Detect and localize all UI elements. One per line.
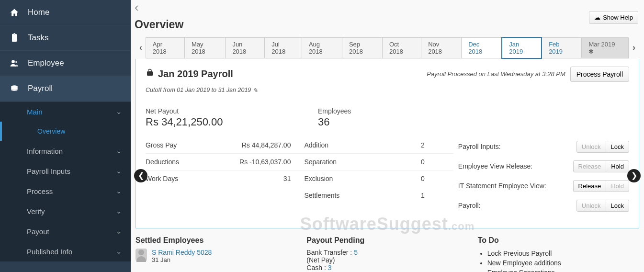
month-tab[interactable]: May 2018	[184, 37, 226, 58]
nav-employee-label: Employee	[28, 58, 64, 68]
nav-employee[interactable]: Employee	[0, 51, 131, 76]
bank-transfer-link[interactable]: 5	[354, 249, 358, 256]
hold-button[interactable]: Hold	[606, 180, 629, 192]
card-title-text: Jan 2019 Payroll	[158, 68, 233, 79]
employees-value: 36	[318, 116, 433, 128]
employees-block: Employees 36	[318, 107, 433, 128]
deductions-label: Deductions	[146, 158, 179, 166]
addition-value: 2	[421, 141, 425, 149]
svg-point-0	[11, 60, 15, 63]
nav-home-label: Home	[28, 8, 49, 17]
pay-details-col: Gross PayRs 44,84,287.00 DeductionsRs -1…	[146, 137, 299, 215]
unlock-icon	[146, 68, 154, 79]
payroll-subnav: Main ⌄ Overview Information ⌄ Payroll In…	[0, 102, 131, 261]
net-payout-value: Rs 34,21,250.00	[146, 116, 260, 128]
sub-verify-label: Verify	[27, 207, 45, 215]
month-tab[interactable]: Dec 2018	[461, 37, 502, 58]
sub-information[interactable]: Information ⌄	[0, 141, 131, 161]
clipboard-icon	[9, 32, 20, 44]
todo-item: Lock Previous Payroll	[487, 249, 639, 258]
month-tab-disabled[interactable]: Mar 2019 ✱	[581, 37, 629, 58]
hold-button[interactable]: Hold	[606, 160, 629, 172]
nav-tasks[interactable]: Tasks	[0, 25, 131, 51]
page-title: Overview	[135, 18, 183, 31]
stack-icon	[9, 83, 20, 94]
month-prev[interactable]: ‹	[136, 43, 146, 53]
pending-section: Payout Pending Bank Transfer : 5 (Net Pa…	[306, 236, 468, 272]
sub-main-label: Main	[27, 108, 43, 116]
nav-payroll-label: Payroll	[28, 84, 53, 93]
sub-payroll-inputs[interactable]: Payroll Inputs ⌄	[0, 161, 131, 181]
month-tab[interactable]: Jun 2018	[225, 37, 265, 58]
net-pay-text: (Net Pay)	[306, 256, 468, 264]
cash-row: Cash : 3	[306, 264, 468, 272]
lock-button[interactable]: Lock	[606, 200, 629, 212]
separation-value: 0	[421, 158, 425, 166]
sub-main[interactable]: Main ⌄	[0, 102, 131, 122]
month-tab[interactable]: Nov 2018	[421, 37, 462, 58]
sub-payout[interactable]: Payout ⌄	[0, 221, 131, 241]
sub-information-label: Information	[27, 147, 63, 155]
month-tab[interactable]: Aug 2018	[302, 37, 342, 58]
main-content: ‹ Overview ☁ Show Help ‹ Apr 2018 May 20…	[131, 0, 644, 272]
month-tabs: ‹ Apr 2018 May 2018 Jun 2018 Jul 2018 Au…	[131, 33, 644, 59]
counts-col: Addition2 Separation0 Exclusion0 Settlem…	[299, 137, 453, 215]
exclusion-value: 0	[421, 175, 425, 182]
process-payroll-button[interactable]: Process Payroll	[570, 67, 629, 82]
month-tab-active[interactable]: Jan 2019	[501, 37, 542, 59]
carousel-prev[interactable]: ❮	[134, 169, 147, 182]
sub-overview[interactable]: Overview	[0, 122, 131, 141]
month-next[interactable]: ›	[629, 43, 639, 53]
lock-button[interactable]: Lock	[606, 141, 629, 153]
month-tab[interactable]: Sep 2018	[342, 37, 383, 58]
sub-published-info[interactable]: Published Info ⌄	[0, 241, 131, 261]
exclusion-label: Exclusion	[304, 175, 333, 182]
unlock-button[interactable]: Unlock	[576, 141, 606, 153]
payroll-card: ❮ ❯ Jan 2019 Payroll Payroll Processed o…	[136, 59, 639, 228]
sub-process[interactable]: Process ⌄	[0, 181, 131, 201]
deductions-value: Rs -10,63,037.00	[239, 158, 291, 166]
asterisk-icon: ✱	[588, 48, 594, 55]
sub-verify[interactable]: Verify ⌄	[0, 201, 131, 221]
nav-payroll[interactable]: Payroll	[0, 76, 131, 102]
employee-link[interactable]: S Rami Reddy 5028	[152, 249, 212, 256]
sub-payroll-inputs-label: Payroll Inputs	[27, 167, 70, 175]
chevron-down-icon: ⌄	[116, 227, 122, 236]
sub-overview-label: Overview	[37, 127, 65, 135]
show-help-button[interactable]: ☁ Show Help	[589, 11, 638, 24]
nav-tasks-label: Tasks	[28, 33, 48, 43]
sub-published-info-label: Published Info	[27, 248, 72, 256]
home-icon	[9, 7, 20, 18]
addition-label: Addition	[304, 141, 328, 149]
bottom-sections: Settled Employees S Rami Reddy 5028 31 J…	[131, 228, 644, 272]
cutoff-text: Cutoff from 01 Jan 2019 to 31 Jan 2019 ✎	[146, 87, 629, 94]
back-chevron-icon[interactable]: ‹	[135, 4, 182, 11]
month-tab[interactable]: Jul 2018	[264, 37, 302, 58]
carousel-next[interactable]: ❯	[627, 169, 641, 182]
net-payout-label: Net Payout	[146, 107, 260, 115]
bank-transfer-row: Bank Transfer : 5	[306, 249, 468, 256]
pencil-icon[interactable]: ✎	[253, 87, 258, 94]
chevron-down-icon: ⌄	[116, 107, 122, 116]
page-header: ‹ Overview ☁ Show Help	[131, 0, 644, 33]
cash-link[interactable]: 3	[328, 264, 332, 272]
controls-col: Payroll Inputs: Unlock Lock Employee Vie…	[453, 137, 629, 215]
cloud-icon: ☁	[594, 14, 600, 21]
payroll-ctrl-label: Payroll:	[458, 202, 481, 209]
chevron-down-icon: ⌄	[116, 207, 122, 215]
chevron-down-icon: ⌄	[116, 167, 122, 175]
month-tab[interactable]: Apr 2018	[146, 37, 185, 58]
month-tab[interactable]: Oct 2018	[382, 37, 421, 58]
avatar-icon	[136, 249, 147, 262]
nav-home[interactable]: Home	[0, 0, 131, 25]
month-tab[interactable]: Feb 2019	[542, 37, 582, 58]
settlements-value: 1	[421, 192, 425, 199]
chevron-down-icon: ⌄	[116, 147, 122, 155]
release-button[interactable]: Release	[573, 160, 607, 172]
itsev-ctrl-label: IT Statement Employee View:	[458, 182, 546, 190]
sub-payout-label: Payout	[27, 227, 49, 236]
card-title: Jan 2019 Payroll	[146, 68, 233, 79]
unlock-button[interactable]: Unlock	[576, 200, 606, 212]
release-button[interactable]: Release	[573, 180, 607, 192]
pending-title: Payout Pending	[306, 236, 468, 245]
